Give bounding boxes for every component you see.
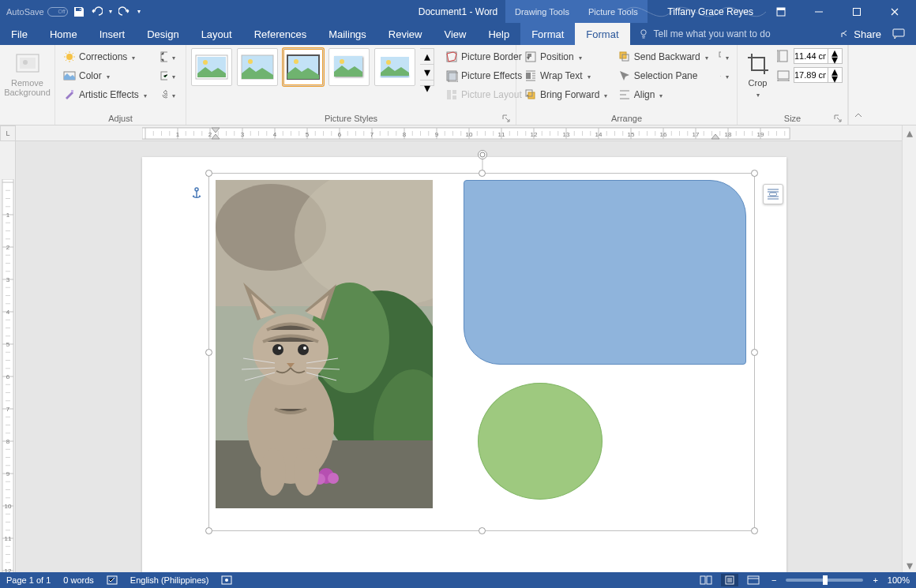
position-button[interactable]: Position xyxy=(521,48,612,66)
print-layout-icon[interactable] xyxy=(721,574,738,586)
autosave-toggle[interactable]: AutoSave Off xyxy=(6,7,68,17)
scroll-up-icon[interactable]: ▴ xyxy=(903,125,916,140)
share-button[interactable]: Share xyxy=(839,28,881,40)
maximize-button[interactable] xyxy=(839,0,875,23)
style-thumb-4[interactable] xyxy=(328,48,370,86)
align-button[interactable]: Align xyxy=(615,86,711,103)
tab-format-drawing[interactable]: Format xyxy=(520,23,575,45)
undo-icon[interactable] xyxy=(90,6,103,18)
collapse-ribbon-button[interactable] xyxy=(848,45,867,125)
zoom-level[interactable]: 100% xyxy=(888,575,910,585)
minimize-button[interactable] xyxy=(801,0,837,23)
dialog-launcher-icon[interactable] xyxy=(833,114,843,123)
user-name[interactable]: Tiffany Grace Reyes xyxy=(659,6,761,17)
tab-review[interactable]: Review xyxy=(377,23,434,45)
save-icon[interactable] xyxy=(73,6,85,18)
style-thumb-1[interactable] xyxy=(191,48,232,86)
ellipse-shape[interactable] xyxy=(478,383,603,500)
crop-button[interactable]: Crop xyxy=(742,48,773,102)
scrollbar-track[interactable] xyxy=(903,140,916,558)
ribbon: Remove Background Corrections Color Arti… xyxy=(0,45,916,125)
read-mode-icon[interactable] xyxy=(697,574,715,586)
close-button[interactable] xyxy=(877,0,913,23)
spin-down-icon[interactable]: ▾ xyxy=(828,56,840,63)
zoom-slider[interactable] xyxy=(786,579,863,582)
status-language[interactable]: English (Philippines) xyxy=(130,575,209,585)
tab-design[interactable]: Design xyxy=(136,23,190,45)
style-thumb-5[interactable] xyxy=(374,48,415,86)
qat-customize-icon[interactable] xyxy=(136,8,142,15)
tab-layout[interactable]: Layout xyxy=(190,23,243,45)
tab-references[interactable]: References xyxy=(243,23,317,45)
remove-background-button[interactable]: Remove Background xyxy=(5,48,51,100)
svg-point-24 xyxy=(386,60,391,65)
scroll-down-icon[interactable]: ▾ xyxy=(903,558,916,572)
undo-dropdown-icon[interactable] xyxy=(107,8,114,15)
horizontal-ruler[interactable]: 12345678910111213141516171819 xyxy=(16,125,902,141)
rotate-button[interactable] xyxy=(715,67,732,84)
selection-pane-button[interactable]: Selection Pane xyxy=(615,67,711,84)
send-backward-button[interactable]: Send Backward xyxy=(615,48,711,66)
status-words[interactable]: 0 words xyxy=(63,575,94,585)
change-picture-button[interactable] xyxy=(156,67,178,84)
ribbon-tabs: File Home Insert Design Layout Reference… xyxy=(0,23,916,45)
status-page[interactable]: Page 1 of 1 xyxy=(6,575,51,585)
tab-view[interactable]: View xyxy=(433,23,477,45)
spin-down-icon[interactable]: ▾ xyxy=(828,75,840,82)
vertical-scrollbar[interactable]: ▴ ▾ xyxy=(902,125,916,572)
gallery-down-icon[interactable]: ▾ xyxy=(420,64,434,80)
ribbon-display-options-icon[interactable] xyxy=(763,0,799,23)
status-macro-icon[interactable] xyxy=(221,575,232,585)
compress-pictures-button[interactable] xyxy=(156,48,178,66)
reset-picture-button[interactable] xyxy=(156,86,178,103)
tab-insert[interactable]: Insert xyxy=(88,23,137,45)
redo-icon[interactable] xyxy=(118,6,131,18)
width-input[interactable]: ▴▾ xyxy=(794,67,843,83)
svg-text:8: 8 xyxy=(6,438,10,445)
rounded-rectangle-shape[interactable] xyxy=(464,180,746,365)
tell-me-search[interactable]: Tell me what you want to do xyxy=(630,23,779,45)
corrections-button[interactable]: Corrections xyxy=(60,48,153,66)
gallery-more-icon[interactable]: ▾ xyxy=(420,80,434,96)
gallery-up-icon[interactable]: ▴ xyxy=(420,49,434,64)
color-button[interactable]: Color xyxy=(60,67,153,84)
status-spellcheck-icon[interactable] xyxy=(107,575,118,585)
group-button[interactable] xyxy=(715,48,732,66)
tab-home[interactable]: Home xyxy=(39,23,88,45)
inserted-picture[interactable] xyxy=(216,180,433,508)
resize-handle-n[interactable] xyxy=(479,170,486,177)
height-input[interactable]: ▴▾ xyxy=(794,48,843,64)
tab-file[interactable]: File xyxy=(0,23,39,45)
wrap-text-button[interactable]: Wrap Text xyxy=(521,67,612,84)
vertical-ruler[interactable]: 1234567891011121314 xyxy=(0,141,16,572)
zoom-slider-thumb[interactable] xyxy=(823,575,828,585)
style-thumb-2[interactable] xyxy=(237,48,278,86)
svg-text:10: 10 xyxy=(466,131,473,138)
resize-handle-ne[interactable] xyxy=(751,170,758,177)
resize-handle-e[interactable] xyxy=(751,349,758,356)
gallery-scroll[interactable]: ▴ ▾ ▾ xyxy=(420,48,434,86)
resize-handle-s[interactable] xyxy=(479,527,486,534)
zoom-in-button[interactable]: + xyxy=(869,575,880,585)
web-layout-icon[interactable] xyxy=(745,574,762,586)
zoom-out-button[interactable]: − xyxy=(768,575,779,585)
resize-handle-w[interactable] xyxy=(205,349,212,356)
ruler-corner[interactable]: L xyxy=(0,125,16,141)
svg-rect-6 xyxy=(20,58,36,69)
document-scroll-area[interactable] xyxy=(16,141,902,572)
resize-handle-sw[interactable] xyxy=(205,527,212,534)
artistic-effects-button[interactable]: Artistic Effects xyxy=(60,86,153,103)
rotate-handle[interactable] xyxy=(478,150,487,159)
svg-rect-1 xyxy=(777,8,785,10)
layout-options-button[interactable] xyxy=(763,184,783,204)
dialog-launcher-icon[interactable] xyxy=(501,114,511,123)
tab-mailings[interactable]: Mailings xyxy=(317,23,377,45)
picture-styles-gallery[interactable]: ▴ ▾ ▾ xyxy=(191,48,434,86)
bring-forward-button[interactable]: Bring Forward xyxy=(521,86,612,103)
tab-format-picture[interactable]: Format xyxy=(575,23,629,45)
style-thumb-3[interactable] xyxy=(283,48,324,86)
comments-icon[interactable] xyxy=(892,28,905,39)
resize-handle-nw[interactable] xyxy=(205,170,212,177)
tab-help[interactable]: Help xyxy=(477,23,520,45)
resize-handle-se[interactable] xyxy=(751,527,758,534)
